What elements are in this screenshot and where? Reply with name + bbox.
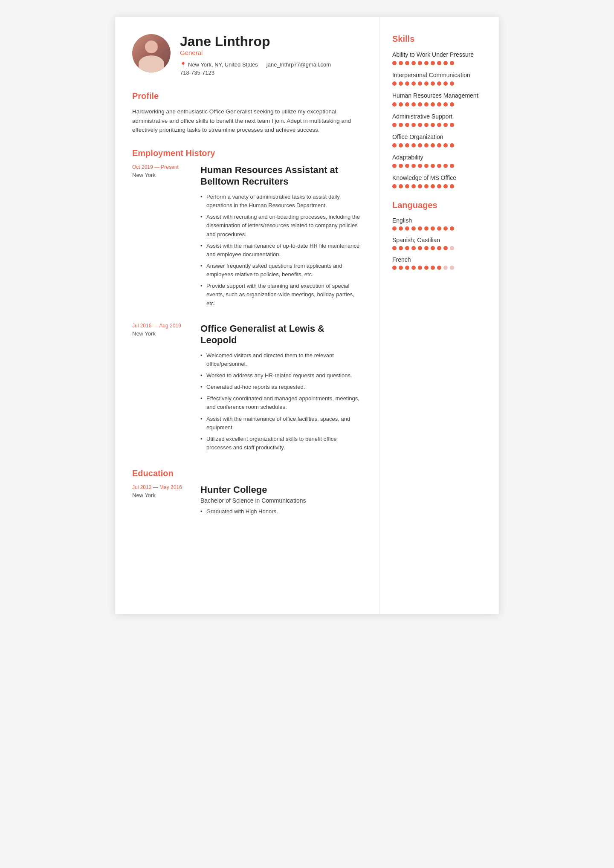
dot bbox=[411, 266, 416, 270]
dot bbox=[424, 81, 429, 86]
language-name: English bbox=[392, 217, 486, 224]
dot bbox=[399, 143, 403, 148]
dot bbox=[431, 143, 435, 148]
dot bbox=[443, 226, 448, 231]
dot bbox=[392, 184, 397, 188]
dot bbox=[424, 143, 429, 148]
dot bbox=[411, 81, 416, 86]
skill-dots bbox=[392, 61, 486, 65]
dot bbox=[450, 123, 454, 127]
job-title-1: Human Resources Assistant at Belltown Re… bbox=[200, 164, 362, 188]
dot bbox=[443, 81, 448, 86]
skill-adaptability: Adaptability bbox=[392, 153, 486, 168]
dot bbox=[392, 266, 397, 270]
dot bbox=[437, 143, 441, 148]
dot bbox=[450, 164, 454, 168]
skill-name: Office Organization bbox=[392, 133, 486, 141]
dot bbox=[399, 61, 403, 65]
language-name: French bbox=[392, 256, 486, 263]
dot-empty bbox=[450, 266, 454, 270]
language-spanish: Spanish; Castilian bbox=[392, 237, 486, 250]
bullet-item: Assist with the maintenance of office fa… bbox=[200, 415, 362, 432]
job-right-2: Office Generalist at Lewis & Leopold Wel… bbox=[200, 323, 362, 455]
left-column: Jane Linthrop General New York, NY, Unit… bbox=[115, 17, 379, 614]
dot bbox=[399, 266, 403, 270]
dot bbox=[392, 164, 397, 168]
location-text: New York, NY, United States bbox=[188, 61, 258, 68]
education-section-title: Education bbox=[132, 469, 362, 478]
job-item: Oct 2019 — Present New York Human Resour… bbox=[132, 164, 362, 311]
edu-item: Jul 2012 — May 2016 New York Hunter Coll… bbox=[132, 484, 362, 519]
dot bbox=[405, 246, 409, 250]
dot bbox=[437, 61, 441, 65]
edu-location: New York bbox=[132, 492, 192, 498]
dot bbox=[443, 164, 448, 168]
skills-section-title: Skills bbox=[392, 34, 486, 44]
dot bbox=[431, 61, 435, 65]
dot bbox=[399, 226, 403, 231]
job-date-1: Oct 2019 — Present bbox=[132, 164, 192, 170]
language-dots bbox=[392, 246, 486, 250]
dot bbox=[392, 246, 397, 250]
dot bbox=[405, 184, 409, 188]
dot bbox=[411, 61, 416, 65]
dot bbox=[437, 184, 441, 188]
dot bbox=[418, 226, 422, 231]
dot bbox=[424, 164, 429, 168]
location-item: New York, NY, United States bbox=[180, 61, 258, 68]
profile-text: Hardworking and enthusiastic Office Gene… bbox=[132, 107, 362, 135]
skill-office-org: Office Organization bbox=[392, 133, 486, 148]
dot bbox=[411, 246, 416, 250]
skill-admin-support: Administrative Support bbox=[392, 113, 486, 127]
dot bbox=[399, 102, 403, 107]
dot bbox=[443, 184, 448, 188]
dot bbox=[431, 184, 435, 188]
job-bullets-2: Welcomed visitors and directed them to t… bbox=[200, 351, 362, 452]
language-name: Spanish; Castilian bbox=[392, 237, 486, 243]
skill-name: Human Resources Management bbox=[392, 92, 486, 99]
dot bbox=[424, 61, 429, 65]
dot bbox=[392, 61, 397, 65]
location-icon bbox=[180, 61, 186, 68]
dot bbox=[418, 164, 422, 168]
dot bbox=[392, 123, 397, 127]
skill-name: Interpersonal Communication bbox=[392, 71, 486, 79]
dot bbox=[431, 81, 435, 86]
edu-date: Jul 2012 — May 2016 bbox=[132, 484, 192, 490]
bullet-item: Perform a variety of administrative task… bbox=[200, 193, 362, 210]
dot bbox=[437, 102, 441, 107]
dot bbox=[418, 61, 422, 65]
dot bbox=[392, 81, 397, 86]
dot bbox=[399, 184, 403, 188]
bullet-item: Answer frequently asked questions from a… bbox=[200, 262, 362, 279]
dot bbox=[405, 266, 409, 270]
bullet-item: Provide support with the planning and ex… bbox=[200, 282, 362, 307]
dot bbox=[450, 61, 454, 65]
dot bbox=[431, 226, 435, 231]
skill-dots bbox=[392, 184, 486, 188]
language-dots bbox=[392, 226, 486, 231]
edu-right: Hunter College Bachelor of Science in Co… bbox=[200, 484, 362, 519]
job-date-2: Jul 2016 — Aug 2019 bbox=[132, 323, 192, 329]
dot bbox=[450, 184, 454, 188]
skill-name: Ability to Work Under Pressure bbox=[392, 51, 486, 58]
dot bbox=[424, 226, 429, 231]
skill-dots bbox=[392, 102, 486, 107]
dot bbox=[405, 123, 409, 127]
dot bbox=[437, 226, 441, 231]
dot bbox=[424, 102, 429, 107]
header-info: Jane Linthrop General New York, NY, Unit… bbox=[180, 34, 362, 76]
dot bbox=[405, 143, 409, 148]
dot bbox=[431, 123, 435, 127]
dot bbox=[437, 81, 441, 86]
dot bbox=[443, 102, 448, 107]
dot bbox=[443, 143, 448, 148]
dot bbox=[392, 226, 397, 231]
avatar bbox=[132, 34, 171, 72]
employment-section-title: Employment History bbox=[132, 148, 362, 158]
job-location-1: New York bbox=[132, 172, 192, 178]
job-location-2: New York bbox=[132, 330, 192, 337]
dot bbox=[399, 246, 403, 250]
right-column: Skills Ability to Work Under Pressure In… bbox=[379, 17, 499, 614]
dot bbox=[437, 266, 441, 270]
